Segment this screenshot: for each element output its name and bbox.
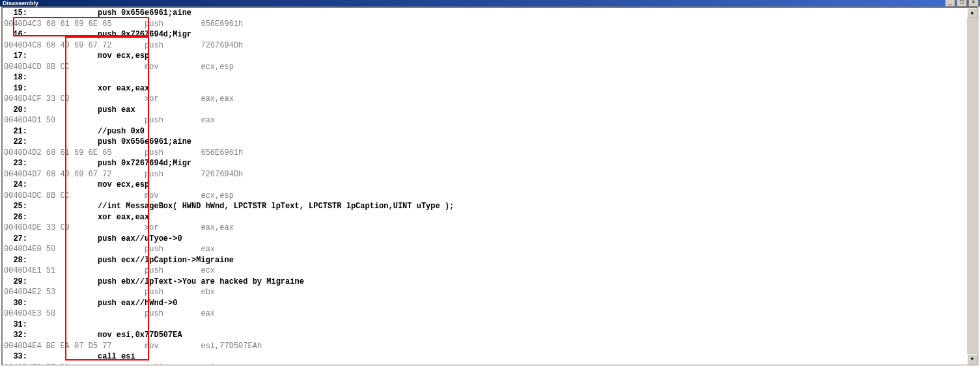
opcode-bytes: 68 61 69 6E 65 <box>46 148 140 157</box>
source-text: mov ecx,esp <box>27 180 149 189</box>
disassembly-line[interactable]: 0040D4DC 8B CC mov ecx,esp <box>4 191 967 202</box>
source-text: //push 0x0 <box>27 127 145 136</box>
disassembly-line[interactable]: 0040D4E0 50 push eax <box>4 244 967 255</box>
address: 0040D4E0 <box>4 245 46 254</box>
source-text: push 0x656e6961;aine <box>27 8 191 18</box>
source-line[interactable]: 15: push 0x656e6961;aine <box>4 8 967 19</box>
operands: eax <box>201 245 215 254</box>
scroll-down-button[interactable]: ▼ <box>967 354 977 364</box>
source-line[interactable]: 26: xor eax,eax <box>4 212 967 223</box>
disassembly-line[interactable]: 0040D4D2 68 61 69 6E 65 push 656E6961h <box>4 148 967 159</box>
source-text: //int MessageBox( HWND hWnd, LPCTSTR lpT… <box>27 202 454 211</box>
window-title: Disassembly <box>3 0 38 7</box>
source-line[interactable]: 25: //int MessageBox( HWND hWnd, LPCTSTR… <box>4 201 967 212</box>
source-lineno: 26: <box>4 212 27 223</box>
disassembly-line[interactable]: 0040D4D7 68 4D 69 67 72 push 7267694Dh <box>4 169 967 180</box>
source-lineno: 16: <box>4 29 27 40</box>
disassembly-viewport: 15: push 0x656e6961;aine0040D4C3 68 61 6… <box>1 7 979 366</box>
operands: 656E6961h <box>201 20 243 29</box>
opcode-bytes: 8B CC <box>46 62 140 72</box>
disassembly-line[interactable]: 0040D4DE 33 C0 xor eax,eax <box>4 223 967 234</box>
opcode-bytes: 68 4D 69 67 72 <box>46 170 140 179</box>
source-line[interactable]: 24: mov ecx,esp <box>4 180 967 191</box>
operands: eax,eax <box>201 94 233 103</box>
source-lineno: 15: <box>4 8 27 19</box>
disassembly-line[interactable]: 0040D4C8 68 4D 69 67 72 push 7267694Dh <box>4 40 967 51</box>
mnemonic: xor <box>140 223 201 232</box>
source-line[interactable]: 32: mov esi,0x77D507EA <box>4 330 967 341</box>
source-lineno: 33: <box>4 351 27 362</box>
source-line[interactable]: 33: call esi <box>4 351 967 362</box>
source-line[interactable]: 27: push eax//uTyoe->0 <box>4 234 967 245</box>
source-lineno: 27: <box>4 234 27 245</box>
minimize-button[interactable]: _ <box>945 0 955 7</box>
source-line[interactable]: 21: //push 0x0 <box>4 126 967 137</box>
address: 0040D4D1 <box>4 116 46 125</box>
source-text: push eax//hWnd->0 <box>27 299 177 308</box>
source-lineno: 24: <box>4 180 27 191</box>
disassembly-line[interactable]: 0040D4CD 8B CC mov ecx,esp <box>4 62 967 73</box>
operands: esi <box>201 363 215 366</box>
source-line[interactable]: 30: push eax//hWnd->0 <box>4 298 967 309</box>
mnemonic: mov <box>140 191 201 200</box>
source-lineno: 25: <box>4 201 27 212</box>
opcode-bytes: BE EA 07 D5 77 <box>46 342 140 351</box>
source-line[interactable]: 29: push ebx//lpText->You are hacked by … <box>4 277 967 288</box>
disassembly-line[interactable]: 0040D4E3 50 push eax <box>4 308 967 319</box>
address: 0040D4E4 <box>4 342 46 351</box>
operands: 656E6961h <box>201 148 243 157</box>
source-text: xor eax,eax <box>27 84 149 93</box>
source-text <box>27 73 51 82</box>
source-lineno: 17: <box>4 51 27 62</box>
source-text: mov esi,0x77D507EA <box>27 331 182 340</box>
source-line[interactable]: 22: push 0x656e6961;aine <box>4 137 967 148</box>
source-lineno: 22: <box>4 137 27 148</box>
disassembly-line[interactable]: 0040D4E2 53 push ebx <box>4 287 967 298</box>
source-line[interactable]: 23: push 0x7267694d;Migr <box>4 158 967 169</box>
source-line[interactable]: 19: xor eax,eax <box>4 83 967 94</box>
source-lineno: 21: <box>4 126 27 137</box>
disassembly-line[interactable]: 0040D4C3 68 61 69 6E 65 push 656E6961h <box>4 19 967 30</box>
disassembly-line[interactable]: 0040D4CF 33 C0 xor eax,eax <box>4 94 967 105</box>
source-line[interactable]: 28: push ecx//lpCaption->Migraine <box>4 255 967 266</box>
mnemonic: push <box>140 309 201 318</box>
source-text <box>27 320 51 329</box>
source-text: mov ecx,esp <box>27 51 149 61</box>
maximize-button[interactable]: □ <box>957 0 967 7</box>
opcode-bytes: 53 <box>46 288 140 297</box>
source-line[interactable]: 16: push 0x7267694d;Migr <box>4 29 967 40</box>
source-text: push 0x656e6961;aine <box>27 137 191 146</box>
disassembly-listing[interactable]: 15: push 0x656e6961;aine0040D4C3 68 61 6… <box>4 8 967 363</box>
disassembly-line[interactable]: 0040D4E1 51 push ecx <box>4 265 967 277</box>
source-line[interactable]: 20: push eax <box>4 105 967 116</box>
mnemonic: push <box>140 288 201 297</box>
source-text: push eax//uTyoe->0 <box>27 234 182 243</box>
address: 0040D4D7 <box>4 170 46 179</box>
opcode-bytes: 51 <box>46 266 140 275</box>
source-text: push 0x7267694d;Migr <box>27 30 191 39</box>
source-line[interactable]: 18: <box>4 72 967 83</box>
source-line[interactable]: 17: mov ecx,esp <box>4 51 967 62</box>
operands: 7267694Dh <box>201 41 243 50</box>
source-lineno: 19: <box>4 83 27 94</box>
mnemonic: push <box>140 116 201 125</box>
source-lineno: 31: <box>4 319 27 331</box>
address: 0040D4E2 <box>4 288 46 297</box>
mnemonic: mov <box>140 342 201 351</box>
disassembly-line[interactable]: 0040D4D1 50 push eax <box>4 115 967 126</box>
close-button[interactable]: × <box>968 0 979 7</box>
window-buttons: _ □ × <box>945 0 979 7</box>
disassembly-line[interactable]: 0040D4E9 FF D6 call esi <box>4 362 967 366</box>
disassembly-line[interactable]: 0040D4E4 BE EA 07 D5 77 mov esi,77D507EA… <box>4 341 967 352</box>
mnemonic: push <box>140 245 201 254</box>
address: 0040D4CF <box>4 94 46 103</box>
vertical-scrollbar[interactable]: ▲ ▼ <box>967 8 977 364</box>
scroll-up-button[interactable]: ▲ <box>967 8 977 18</box>
operands: ecx <box>201 266 215 275</box>
opcode-bytes: 8B CC <box>46 191 140 200</box>
opcode-bytes: 50 <box>46 245 140 254</box>
operands: eax,eax <box>201 223 233 232</box>
source-line[interactable]: 31: <box>4 319 967 331</box>
address: 0040D4DC <box>4 191 46 200</box>
source-text: xor eax,eax <box>27 213 149 222</box>
